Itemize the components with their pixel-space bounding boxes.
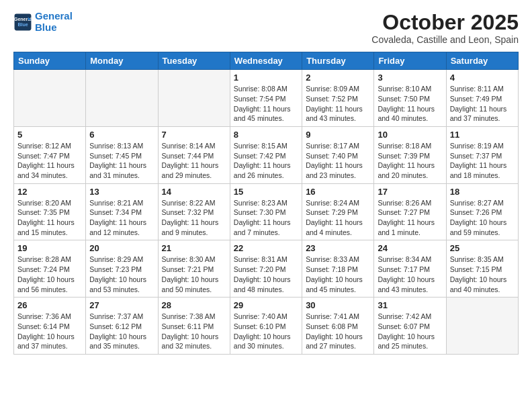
- weekday-header: Wednesday: [230, 52, 302, 70]
- day-info: Sunrise: 8:33 AM Sunset: 7:18 PM Dayligh…: [306, 255, 370, 294]
- weekday-header: Sunday: [14, 52, 86, 70]
- day-number: 4: [450, 73, 515, 83]
- calendar-cell: 26Sunrise: 7:36 AM Sunset: 6:14 PM Dayli…: [14, 298, 86, 355]
- calendar-cell: 31Sunrise: 7:42 AM Sunset: 6:07 PM Dayli…: [374, 298, 446, 355]
- calendar-cell: 30Sunrise: 7:41 AM Sunset: 6:08 PM Dayli…: [302, 298, 374, 355]
- calendar-cell: 20Sunrise: 8:29 AM Sunset: 7:23 PM Dayli…: [86, 240, 158, 298]
- day-number: 28: [162, 300, 226, 310]
- calendar-cell: 3Sunrise: 8:10 AM Sunset: 7:50 PM Daylig…: [374, 70, 446, 127]
- weekday-header: Thursday: [302, 52, 374, 70]
- day-number: 13: [89, 187, 154, 197]
- calendar-cell: 1Sunrise: 8:08 AM Sunset: 7:54 PM Daylig…: [230, 70, 302, 127]
- day-number: 12: [17, 187, 82, 197]
- day-number: 3: [378, 73, 442, 83]
- day-info: Sunrise: 8:23 AM Sunset: 7:30 PM Dayligh…: [234, 198, 298, 238]
- calendar-cell: 7Sunrise: 8:14 AM Sunset: 7:44 PM Daylig…: [158, 126, 230, 183]
- day-number: 2: [306, 73, 370, 83]
- calendar-cell: 4Sunrise: 8:11 AM Sunset: 7:49 PM Daylig…: [446, 70, 518, 127]
- calendar-cell: 23Sunrise: 8:33 AM Sunset: 7:18 PM Dayli…: [302, 240, 374, 298]
- day-info: Sunrise: 8:28 AM Sunset: 7:24 PM Dayligh…: [17, 255, 82, 294]
- logo-icon: General Blue: [13, 13, 32, 32]
- svg-text:Blue: Blue: [17, 22, 28, 27]
- day-info: Sunrise: 8:14 AM Sunset: 7:44 PM Dayligh…: [162, 141, 226, 181]
- month-title: October 2025: [371, 11, 519, 34]
- day-info: Sunrise: 8:30 AM Sunset: 7:21 PM Dayligh…: [162, 255, 226, 294]
- day-number: 1: [234, 73, 298, 83]
- day-number: 16: [306, 187, 370, 197]
- day-info: Sunrise: 8:31 AM Sunset: 7:20 PM Dayligh…: [234, 255, 298, 294]
- day-info: Sunrise: 8:18 AM Sunset: 7:39 PM Dayligh…: [378, 141, 442, 181]
- day-number: 30: [306, 300, 370, 310]
- calendar-cell: [446, 298, 518, 355]
- calendar-cell: 14Sunrise: 8:22 AM Sunset: 7:32 PM Dayli…: [158, 183, 230, 240]
- day-info: Sunrise: 8:26 AM Sunset: 7:27 PM Dayligh…: [378, 198, 442, 238]
- calendar-table: SundayMondayTuesdayWednesdayThursdayFrid…: [13, 52, 519, 355]
- calendar-week-row: 19Sunrise: 8:28 AM Sunset: 7:24 PM Dayli…: [14, 240, 519, 298]
- day-info: Sunrise: 8:15 AM Sunset: 7:42 PM Dayligh…: [234, 141, 298, 181]
- day-number: 7: [162, 130, 226, 140]
- calendar-cell: 15Sunrise: 8:23 AM Sunset: 7:30 PM Dayli…: [230, 183, 302, 240]
- day-info: Sunrise: 8:24 AM Sunset: 7:29 PM Dayligh…: [306, 198, 370, 238]
- day-number: 15: [234, 187, 298, 197]
- calendar-cell: 6Sunrise: 8:13 AM Sunset: 7:45 PM Daylig…: [86, 126, 158, 183]
- day-number: 29: [234, 300, 298, 310]
- calendar-cell: [158, 70, 230, 127]
- calendar-cell: 29Sunrise: 7:40 AM Sunset: 6:10 PM Dayli…: [230, 298, 302, 355]
- day-number: 8: [234, 130, 298, 140]
- calendar-cell: 13Sunrise: 8:21 AM Sunset: 7:34 PM Dayli…: [86, 183, 158, 240]
- day-number: 9: [306, 130, 370, 140]
- calendar-cell: 12Sunrise: 8:20 AM Sunset: 7:35 PM Dayli…: [14, 183, 86, 240]
- day-number: 20: [89, 243, 154, 253]
- logo-text: General Blue: [35, 11, 73, 33]
- calendar-cell: 9Sunrise: 8:17 AM Sunset: 7:40 PM Daylig…: [302, 126, 374, 183]
- day-info: Sunrise: 7:38 AM Sunset: 6:11 PM Dayligh…: [162, 312, 226, 351]
- day-number: 31: [378, 300, 442, 310]
- day-number: 11: [450, 130, 515, 140]
- weekday-header: Saturday: [446, 52, 518, 70]
- day-info: Sunrise: 7:40 AM Sunset: 6:10 PM Dayligh…: [234, 312, 298, 351]
- logo-line2: Blue: [35, 21, 57, 33]
- title-block: October 2025 Covaleda, Castille and Leon…: [371, 11, 519, 45]
- location: Covaleda, Castille and Leon, Spain: [371, 34, 519, 45]
- calendar-cell: [14, 70, 86, 127]
- calendar-week-row: 26Sunrise: 7:36 AM Sunset: 6:14 PM Dayli…: [14, 298, 519, 355]
- day-info: Sunrise: 8:11 AM Sunset: 7:49 PM Dayligh…: [450, 84, 515, 124]
- day-info: Sunrise: 7:37 AM Sunset: 6:12 PM Dayligh…: [89, 312, 154, 351]
- day-number: 21: [162, 243, 226, 253]
- calendar-cell: 10Sunrise: 8:18 AM Sunset: 7:39 PM Dayli…: [374, 126, 446, 183]
- day-info: Sunrise: 8:17 AM Sunset: 7:40 PM Dayligh…: [306, 141, 370, 181]
- day-number: 26: [17, 300, 82, 310]
- weekday-header: Friday: [374, 52, 446, 70]
- calendar-cell: 19Sunrise: 8:28 AM Sunset: 7:24 PM Dayli…: [14, 240, 86, 298]
- calendar-cell: 11Sunrise: 8:19 AM Sunset: 7:37 PM Dayli…: [446, 126, 518, 183]
- day-number: 5: [17, 130, 82, 140]
- calendar-cell: 17Sunrise: 8:26 AM Sunset: 7:27 PM Dayli…: [374, 183, 446, 240]
- calendar-cell: 24Sunrise: 8:34 AM Sunset: 7:17 PM Dayli…: [374, 240, 446, 298]
- calendar-week-row: 1Sunrise: 8:08 AM Sunset: 7:54 PM Daylig…: [14, 70, 519, 127]
- day-info: Sunrise: 8:27 AM Sunset: 7:26 PM Dayligh…: [450, 198, 515, 238]
- calendar-cell: 8Sunrise: 8:15 AM Sunset: 7:42 PM Daylig…: [230, 126, 302, 183]
- day-info: Sunrise: 8:20 AM Sunset: 7:35 PM Dayligh…: [17, 198, 82, 238]
- calendar-week-row: 5Sunrise: 8:12 AM Sunset: 7:47 PM Daylig…: [14, 126, 519, 183]
- calendar-cell: 22Sunrise: 8:31 AM Sunset: 7:20 PM Dayli…: [230, 240, 302, 298]
- day-number: 27: [89, 300, 154, 310]
- day-number: 25: [450, 243, 515, 253]
- calendar-week-row: 12Sunrise: 8:20 AM Sunset: 7:35 PM Dayli…: [14, 183, 519, 240]
- day-info: Sunrise: 8:10 AM Sunset: 7:50 PM Dayligh…: [378, 84, 442, 124]
- calendar-cell: 25Sunrise: 8:35 AM Sunset: 7:15 PM Dayli…: [446, 240, 518, 298]
- calendar-cell: [86, 70, 158, 127]
- day-number: 23: [306, 243, 370, 253]
- calendar-cell: 18Sunrise: 8:27 AM Sunset: 7:26 PM Dayli…: [446, 183, 518, 240]
- day-info: Sunrise: 8:21 AM Sunset: 7:34 PM Dayligh…: [89, 198, 154, 238]
- header: General Blue General Blue October 2025 C…: [13, 11, 519, 45]
- day-info: Sunrise: 7:36 AM Sunset: 6:14 PM Dayligh…: [17, 312, 82, 351]
- day-info: Sunrise: 8:29 AM Sunset: 7:23 PM Dayligh…: [89, 255, 154, 294]
- day-number: 22: [234, 243, 298, 253]
- day-number: 24: [378, 243, 442, 253]
- day-number: 10: [378, 130, 442, 140]
- day-info: Sunrise: 8:13 AM Sunset: 7:45 PM Dayligh…: [89, 141, 154, 181]
- day-info: Sunrise: 8:09 AM Sunset: 7:52 PM Dayligh…: [306, 84, 370, 124]
- day-info: Sunrise: 7:42 AM Sunset: 6:07 PM Dayligh…: [378, 312, 442, 351]
- calendar-cell: 27Sunrise: 7:37 AM Sunset: 6:12 PM Dayli…: [86, 298, 158, 355]
- calendar-cell: 16Sunrise: 8:24 AM Sunset: 7:29 PM Dayli…: [302, 183, 374, 240]
